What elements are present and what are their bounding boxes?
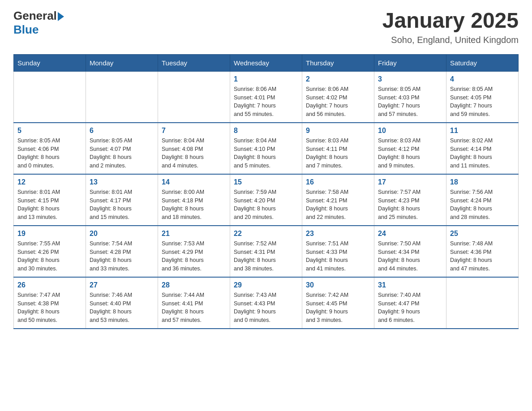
day-number: 10 bbox=[378, 127, 442, 135]
calendar-day-17: 17Sunrise: 7:57 AMSunset: 4:23 PMDayligh… bbox=[374, 174, 446, 226]
day-number: 18 bbox=[450, 178, 515, 186]
day-number: 8 bbox=[234, 127, 298, 135]
day-info: Sunrise: 7:46 AMSunset: 4:40 PMDaylight:… bbox=[90, 291, 154, 325]
day-info: Sunrise: 7:54 AMSunset: 4:28 PMDaylight:… bbox=[90, 240, 154, 273]
day-number: 20 bbox=[90, 230, 154, 238]
day-number: 6 bbox=[90, 127, 154, 135]
day-number: 31 bbox=[378, 281, 442, 289]
calendar-empty-cell bbox=[86, 71, 158, 123]
day-info: Sunrise: 7:51 AMSunset: 4:33 PMDaylight:… bbox=[306, 240, 370, 273]
day-number: 9 bbox=[306, 127, 370, 135]
calendar-week-row: 12Sunrise: 8:01 AMSunset: 4:15 PMDayligh… bbox=[14, 174, 519, 226]
day-info: Sunrise: 7:56 AMSunset: 4:24 PMDaylight:… bbox=[450, 188, 515, 222]
day-number: 2 bbox=[306, 75, 370, 83]
day-info: Sunrise: 7:55 AMSunset: 4:26 PMDaylight:… bbox=[17, 240, 82, 273]
calendar-empty-cell bbox=[446, 277, 519, 329]
logo-text-blue: Blue bbox=[13, 23, 39, 37]
day-info: Sunrise: 7:44 AMSunset: 4:41 PMDaylight:… bbox=[162, 291, 226, 325]
calendar-day-20: 20Sunrise: 7:54 AMSunset: 4:28 PMDayligh… bbox=[86, 226, 158, 277]
day-info: Sunrise: 7:42 AMSunset: 4:45 PMDaylight:… bbox=[306, 291, 370, 325]
calendar-day-8: 8Sunrise: 8:04 AMSunset: 4:10 PMDaylight… bbox=[230, 123, 302, 174]
calendar-week-row: 26Sunrise: 7:47 AMSunset: 4:38 PMDayligh… bbox=[14, 277, 519, 329]
page-subtitle: Soho, England, United Kingdom bbox=[382, 35, 519, 45]
page-title: January 2025 bbox=[382, 9, 519, 33]
calendar-day-3: 3Sunrise: 8:05 AMSunset: 4:03 PMDaylight… bbox=[374, 71, 446, 123]
calendar-day-4: 4Sunrise: 8:05 AMSunset: 4:05 PMDaylight… bbox=[446, 71, 519, 123]
calendar-day-30: 30Sunrise: 7:42 AMSunset: 4:45 PMDayligh… bbox=[302, 277, 374, 329]
calendar-day-2: 2Sunrise: 8:06 AMSunset: 4:02 PMDaylight… bbox=[302, 71, 374, 123]
title-section: January 2025 Soho, England, United Kingd… bbox=[382, 9, 519, 45]
calendar-week-row: 5Sunrise: 8:05 AMSunset: 4:06 PMDaylight… bbox=[14, 123, 519, 174]
logo-arrow-icon bbox=[58, 12, 64, 21]
calendar-header-day-sunday: Sunday bbox=[14, 54, 86, 71]
calendar-header-row: SundayMondayTuesdayWednesdayThursdayFrid… bbox=[14, 54, 519, 71]
day-number: 19 bbox=[17, 230, 82, 238]
day-number: 7 bbox=[162, 127, 226, 135]
day-number: 15 bbox=[234, 178, 298, 186]
calendar-header-day-friday: Friday bbox=[374, 54, 446, 71]
calendar-day-21: 21Sunrise: 7:53 AMSunset: 4:29 PMDayligh… bbox=[158, 226, 230, 277]
calendar-day-14: 14Sunrise: 8:00 AMSunset: 4:18 PMDayligh… bbox=[158, 174, 230, 226]
day-info: Sunrise: 7:53 AMSunset: 4:29 PMDaylight:… bbox=[162, 240, 226, 273]
day-number: 23 bbox=[306, 230, 370, 238]
day-info: Sunrise: 8:00 AMSunset: 4:18 PMDaylight:… bbox=[162, 188, 226, 222]
day-number: 30 bbox=[306, 281, 370, 289]
day-number: 4 bbox=[450, 75, 515, 83]
calendar-week-row: 19Sunrise: 7:55 AMSunset: 4:26 PMDayligh… bbox=[14, 226, 519, 277]
calendar-day-1: 1Sunrise: 8:06 AMSunset: 4:01 PMDaylight… bbox=[230, 71, 302, 123]
calendar-day-15: 15Sunrise: 7:59 AMSunset: 4:20 PMDayligh… bbox=[230, 174, 302, 226]
day-info: Sunrise: 8:05 AMSunset: 4:07 PMDaylight:… bbox=[90, 137, 154, 170]
day-info: Sunrise: 7:40 AMSunset: 4:47 PMDaylight:… bbox=[378, 291, 442, 325]
calendar-day-22: 22Sunrise: 7:52 AMSunset: 4:31 PMDayligh… bbox=[230, 226, 302, 277]
calendar-day-7: 7Sunrise: 8:04 AMSunset: 4:08 PMDaylight… bbox=[158, 123, 230, 174]
calendar-header-day-thursday: Thursday bbox=[302, 54, 374, 71]
day-number: 1 bbox=[234, 75, 298, 83]
calendar-day-6: 6Sunrise: 8:05 AMSunset: 4:07 PMDaylight… bbox=[86, 123, 158, 174]
day-info: Sunrise: 7:47 AMSunset: 4:38 PMDaylight:… bbox=[17, 291, 82, 325]
day-info: Sunrise: 8:06 AMSunset: 4:02 PMDaylight:… bbox=[306, 85, 370, 119]
day-info: Sunrise: 7:43 AMSunset: 4:43 PMDaylight:… bbox=[234, 291, 298, 325]
day-number: 14 bbox=[162, 178, 226, 186]
day-info: Sunrise: 8:05 AMSunset: 4:06 PMDaylight:… bbox=[17, 137, 82, 170]
day-number: 21 bbox=[162, 230, 226, 238]
day-info: Sunrise: 8:02 AMSunset: 4:14 PMDaylight:… bbox=[450, 137, 515, 170]
page-header: General Blue January 2025 Soho, England,… bbox=[13, 9, 519, 45]
calendar-header-day-saturday: Saturday bbox=[446, 54, 519, 71]
day-info: Sunrise: 7:58 AMSunset: 4:21 PMDaylight:… bbox=[306, 188, 370, 222]
calendar-day-13: 13Sunrise: 8:01 AMSunset: 4:17 PMDayligh… bbox=[86, 174, 158, 226]
calendar-day-19: 19Sunrise: 7:55 AMSunset: 4:26 PMDayligh… bbox=[14, 226, 86, 277]
day-info: Sunrise: 8:01 AMSunset: 4:17 PMDaylight:… bbox=[90, 188, 154, 222]
day-number: 12 bbox=[17, 178, 82, 186]
day-info: Sunrise: 8:03 AMSunset: 4:11 PMDaylight:… bbox=[306, 137, 370, 170]
calendar-day-26: 26Sunrise: 7:47 AMSunset: 4:38 PMDayligh… bbox=[14, 277, 86, 329]
day-number: 13 bbox=[90, 178, 154, 186]
day-number: 3 bbox=[378, 75, 442, 83]
calendar-day-31: 31Sunrise: 7:40 AMSunset: 4:47 PMDayligh… bbox=[374, 277, 446, 329]
day-info: Sunrise: 8:03 AMSunset: 4:12 PMDaylight:… bbox=[378, 137, 442, 170]
day-info: Sunrise: 8:04 AMSunset: 4:10 PMDaylight:… bbox=[234, 137, 298, 170]
day-info: Sunrise: 8:05 AMSunset: 4:03 PMDaylight:… bbox=[378, 85, 442, 119]
day-info: Sunrise: 8:05 AMSunset: 4:05 PMDaylight:… bbox=[450, 85, 515, 119]
calendar-day-16: 16Sunrise: 7:58 AMSunset: 4:21 PMDayligh… bbox=[302, 174, 374, 226]
calendar-day-18: 18Sunrise: 7:56 AMSunset: 4:24 PMDayligh… bbox=[446, 174, 519, 226]
day-info: Sunrise: 8:04 AMSunset: 4:08 PMDaylight:… bbox=[162, 137, 226, 170]
calendar-week-row: 1Sunrise: 8:06 AMSunset: 4:01 PMDaylight… bbox=[14, 71, 519, 123]
day-number: 27 bbox=[90, 281, 154, 289]
day-info: Sunrise: 7:52 AMSunset: 4:31 PMDaylight:… bbox=[234, 240, 298, 273]
day-number: 22 bbox=[234, 230, 298, 238]
calendar-header: SundayMondayTuesdayWednesdayThursdayFrid… bbox=[14, 54, 519, 71]
day-number: 24 bbox=[378, 230, 442, 238]
calendar-table: SundayMondayTuesdayWednesdayThursdayFrid… bbox=[13, 54, 519, 329]
day-info: Sunrise: 8:06 AMSunset: 4:01 PMDaylight:… bbox=[234, 85, 298, 119]
calendar-header-day-wednesday: Wednesday bbox=[230, 54, 302, 71]
day-info: Sunrise: 7:48 AMSunset: 4:36 PMDaylight:… bbox=[450, 240, 515, 273]
day-number: 29 bbox=[234, 281, 298, 289]
calendar-empty-cell bbox=[158, 71, 230, 123]
calendar-day-23: 23Sunrise: 7:51 AMSunset: 4:33 PMDayligh… bbox=[302, 226, 374, 277]
calendar-day-12: 12Sunrise: 8:01 AMSunset: 4:15 PMDayligh… bbox=[14, 174, 86, 226]
calendar-header-day-tuesday: Tuesday bbox=[158, 54, 230, 71]
calendar-day-10: 10Sunrise: 8:03 AMSunset: 4:12 PMDayligh… bbox=[374, 123, 446, 174]
day-number: 26 bbox=[17, 281, 82, 289]
day-info: Sunrise: 7:59 AMSunset: 4:20 PMDaylight:… bbox=[234, 188, 298, 222]
day-info: Sunrise: 7:50 AMSunset: 4:34 PMDaylight:… bbox=[378, 240, 442, 273]
